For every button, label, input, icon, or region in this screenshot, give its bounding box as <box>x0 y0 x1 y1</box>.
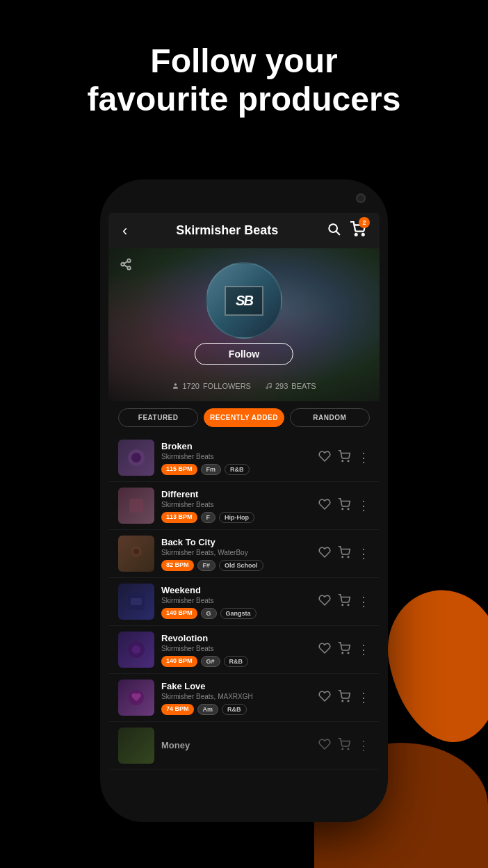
cart-add-button[interactable] <box>338 594 350 609</box>
track-item[interactable]: Fake Love Skirmisher Beats, MAXRXGH 74 B… <box>108 674 380 722</box>
like-button[interactable] <box>318 546 331 561</box>
avatar-logo: SB <box>236 293 252 308</box>
svg-point-29 <box>342 652 343 654</box>
svg-point-28 <box>132 645 140 654</box>
search-button[interactable] <box>327 222 341 239</box>
svg-point-20 <box>133 549 139 554</box>
track-artist: Skirmisher Beats, MAXRXGH <box>161 693 311 700</box>
phone-camera <box>356 193 366 203</box>
more-button[interactable]: ⋮ <box>357 642 370 657</box>
back-button[interactable]: ‹ <box>122 222 127 240</box>
tag-bpm: 74 BPM <box>161 704 194 715</box>
tag-genre: Gangsta <box>220 608 257 619</box>
followers-stat: 1720 FOLLOWERS <box>172 382 251 390</box>
cart-add-button[interactable] <box>338 690 350 705</box>
svg-point-10 <box>266 387 268 389</box>
svg-point-32 <box>342 700 343 702</box>
track-list: Broken Skirmisher Beats 115 BPM Fm R&B <box>108 434 380 814</box>
cart-add-button[interactable] <box>338 642 350 657</box>
cart-badge: 2 <box>359 217 370 228</box>
track-item[interactable]: Weekend Skirmisher Beats 140 BPM G Gangs… <box>108 578 380 626</box>
track-info: Weekend Skirmisher Beats 140 BPM G Gangs… <box>161 585 311 619</box>
track-item[interactable]: Back To City Skirmisher Beats, WaterBoy … <box>108 530 380 578</box>
track-tags: 140 BPM G Gangsta <box>161 608 311 619</box>
tag-genre: Old School <box>219 560 263 571</box>
track-title: Weekend <box>161 585 311 595</box>
like-button[interactable] <box>318 642 331 657</box>
track-title: Broken <box>161 441 311 451</box>
tab-featured[interactable]: FEATURED <box>118 408 198 427</box>
track-info: Money <box>161 740 311 752</box>
tag-key: Fm <box>201 464 222 475</box>
like-button[interactable] <box>318 690 331 705</box>
phone-device: ‹ Skirmisher Beats 2 <box>108 188 380 814</box>
cart-button[interactable]: 2 <box>350 221 366 240</box>
cart-add-button[interactable] <box>338 450 350 465</box>
svg-point-3 <box>362 234 364 236</box>
like-button[interactable] <box>318 498 331 513</box>
page-header: Follow your favourite producers <box>0 42 488 118</box>
track-info: Different Skirmisher Beats 113 BPM F Hip… <box>161 489 311 523</box>
tab-recently-added[interactable]: RECENTLY ADDED <box>204 408 284 427</box>
svg-point-11 <box>269 386 271 388</box>
track-title: Money <box>161 740 311 750</box>
track-tags: 82 BPM F# Old School <box>161 560 311 571</box>
track-tags: 140 BPM G# R&B <box>161 656 311 667</box>
like-button[interactable] <box>318 738 331 753</box>
header-line2: favourite producers <box>0 80 488 118</box>
share-button[interactable] <box>120 258 132 274</box>
follow-button[interactable]: Follow <box>195 343 293 365</box>
svg-line-1 <box>336 232 340 235</box>
track-thumbnail <box>118 632 154 668</box>
svg-point-26 <box>348 604 349 606</box>
track-tags: 115 BPM Fm R&B <box>161 464 311 475</box>
track-actions: ⋮ <box>318 450 370 465</box>
more-button[interactable]: ⋮ <box>357 738 370 753</box>
tag-key: G# <box>201 656 220 667</box>
track-title: Fake Love <box>161 681 311 691</box>
svg-point-22 <box>348 556 349 558</box>
profile-stats: 1720 FOLLOWERS 293 BEATS <box>172 382 316 390</box>
tag-bpm: 113 BPM <box>161 512 197 523</box>
beats-label: BEATS <box>291 382 316 390</box>
cart-add-button[interactable] <box>338 738 350 753</box>
svg-point-30 <box>348 652 349 654</box>
track-item[interactable]: Money ⋮ <box>108 722 380 770</box>
tag-key: G <box>201 608 217 619</box>
more-button[interactable]: ⋮ <box>357 546 370 561</box>
tag-key: F# <box>197 560 216 571</box>
followers-count: 1720 <box>182 382 199 390</box>
track-thumbnail <box>118 488 154 524</box>
like-button[interactable] <box>318 594 331 609</box>
more-button[interactable]: ⋮ <box>357 690 370 705</box>
track-item[interactable]: Different Skirmisher Beats 113 BPM F Hip… <box>108 482 380 530</box>
cart-add-button[interactable] <box>338 546 350 561</box>
phone-notch <box>216 194 272 207</box>
track-item[interactable]: Broken Skirmisher Beats 115 BPM Fm R&B <box>108 434 380 482</box>
track-thumbnail <box>118 584 154 620</box>
track-actions: ⋮ <box>318 546 370 561</box>
track-thumbnail <box>118 440 154 476</box>
filter-tabs: FEATURED RECENTLY ADDED RANDOM <box>108 401 380 434</box>
more-button[interactable]: ⋮ <box>357 498 370 513</box>
track-item[interactable]: Revolotion Skirmisher Beats 140 BPM G# R… <box>108 626 380 674</box>
top-nav: ‹ Skirmisher Beats 2 <box>108 213 380 248</box>
svg-line-8 <box>124 262 127 264</box>
more-button[interactable]: ⋮ <box>357 450 370 465</box>
track-tags: 74 BPM Am R&B <box>161 704 311 715</box>
profile-hero: SB Follow 1720 FOLLOWERS 293 BEATS <box>108 248 380 401</box>
svg-point-33 <box>348 700 349 702</box>
track-thumbnail <box>118 680 154 716</box>
like-button[interactable] <box>318 450 331 465</box>
svg-point-14 <box>342 460 343 462</box>
svg-rect-24 <box>131 598 142 605</box>
tag-genre: R&B <box>224 656 249 667</box>
phone-top-bar <box>108 188 380 213</box>
more-button[interactable]: ⋮ <box>357 594 370 609</box>
svg-point-13 <box>131 453 141 463</box>
tab-random[interactable]: RANDOM <box>290 408 370 427</box>
svg-point-18 <box>348 508 349 510</box>
svg-point-15 <box>348 460 349 462</box>
tag-bpm: 115 BPM <box>161 464 197 475</box>
cart-add-button[interactable] <box>338 498 350 513</box>
